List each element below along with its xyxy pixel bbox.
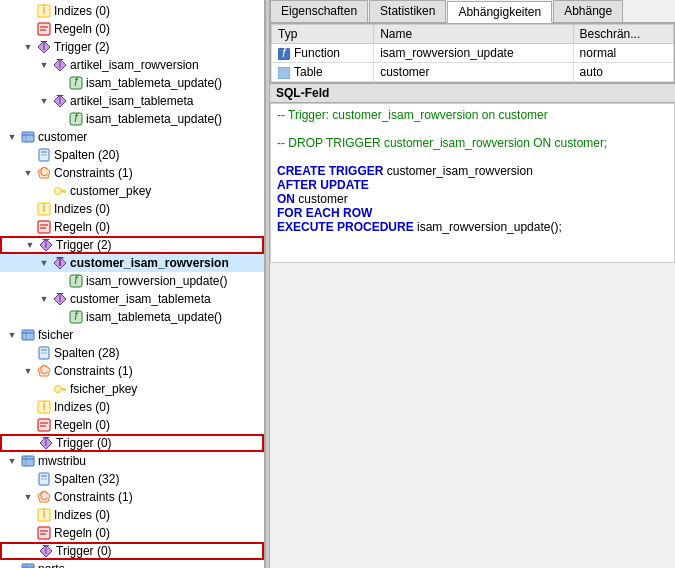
expander-trigger0c[interactable]	[22, 435, 38, 451]
tree-item-mwstribu[interactable]: ▼mwstribu	[0, 452, 264, 470]
tree-item-indizes0b[interactable]: iIndizes (0)	[0, 200, 264, 218]
expander-constraints1b[interactable]: ▼	[20, 363, 36, 379]
rule-icon	[36, 219, 52, 235]
expander-spalten20[interactable]	[20, 147, 36, 163]
expander-isam_tablemeta_update2[interactable]	[52, 111, 68, 127]
expander-regeln0d[interactable]	[20, 525, 36, 541]
tree-item-fsicher_pkey[interactable]: fsicher_pkey	[0, 380, 264, 398]
tree-item-customer_isam_rowversion[interactable]: ▼Tcustomer_isam_rowversion	[0, 254, 264, 272]
constraint-icon: C	[36, 363, 52, 379]
expander-indizes0c[interactable]	[20, 399, 36, 415]
expander-artikel_isam_tablemeta[interactable]: ▼	[36, 93, 52, 109]
tree-item-trigger0c[interactable]: TTrigger (0)	[0, 434, 264, 452]
expander-indizes0b[interactable]	[20, 201, 36, 217]
tree-item-trigger0d[interactable]: TTrigger (0)	[0, 542, 264, 560]
expander-constraints1c[interactable]: ▼	[20, 489, 36, 505]
tree-item-regeln0[interactable]: Regeln (0)	[0, 20, 264, 38]
expander-customer_isam_tablemeta[interactable]: ▼	[36, 291, 52, 307]
sql-content[interactable]: -- Trigger: customer_isam_rowversion on …	[270, 103, 675, 263]
expander-customer_pkey[interactable]	[36, 183, 52, 199]
tab-abhange[interactable]: Abhänge	[553, 0, 623, 22]
tree-item-constraints1b[interactable]: ▼CConstraints (1)	[0, 362, 264, 380]
tree-item-artikel_isam_rowversion[interactable]: ▼Tartikel_isam_rowversion	[0, 56, 264, 74]
tree-item-isam_tablemeta_update2[interactable]: fisam_tablemeta_update()	[0, 110, 264, 128]
tree-item-spalten32[interactable]: Spalten (32)	[0, 470, 264, 488]
rule-icon	[36, 21, 52, 37]
svg-rect-54	[38, 419, 50, 431]
tree-label-customer: customer	[38, 130, 264, 144]
tree-item-fsicher[interactable]: ▼fsicher	[0, 326, 264, 344]
tree-item-isam_tablemeta_update1[interactable]: fisam_tablemeta_update()	[0, 74, 264, 92]
expander-spalten28[interactable]	[20, 345, 36, 361]
tree-item-regeln0c[interactable]: Regeln (0)	[0, 416, 264, 434]
expander-mwstribu[interactable]: ▼	[4, 453, 20, 469]
tree-item-parts[interactable]: parts	[0, 560, 264, 568]
tree-item-customer_pkey[interactable]: customer_pkey	[0, 182, 264, 200]
expander-artikel_isam_rowversion[interactable]: ▼	[36, 57, 52, 73]
tab-statistiken[interactable]: Statistiken	[369, 0, 446, 22]
tree-label-constraints1c: Constraints (1)	[54, 490, 264, 504]
tab-abhangigkeiten[interactable]: Abhängigkeiten	[447, 1, 552, 23]
expander-isam_tablemeta_update3[interactable]	[52, 309, 68, 325]
tree-item-artikel_isam_tablemeta[interactable]: ▼Tartikel_isam_tablemeta	[0, 92, 264, 110]
sql-line: -- DROP TRIGGER customer_isam_rowversion…	[277, 136, 668, 150]
expander-customer_isam_rowversion[interactable]: ▼	[36, 255, 52, 271]
expander-regeln0c[interactable]	[20, 417, 36, 433]
svg-text:C: C	[40, 364, 49, 377]
svg-text:T: T	[42, 436, 50, 449]
expander-indizes0d[interactable]	[20, 507, 36, 523]
tree-item-indizes0[interactable]: iIndizes (0)	[0, 2, 264, 20]
function-icon: f	[68, 273, 84, 289]
tree-item-isam_tablemeta_update3[interactable]: fisam_tablemeta_update()	[0, 308, 264, 326]
tree-label-isam_tablemeta_update2: isam_tablemeta_update()	[86, 112, 264, 126]
tree-item-spalten28[interactable]: Spalten (28)	[0, 344, 264, 362]
expander-trigger2[interactable]: ▼	[20, 39, 36, 55]
expander-isam_tablemeta_update1[interactable]	[52, 75, 68, 91]
sql-line	[277, 150, 668, 164]
tree-item-indizes0d[interactable]: iIndizes (0)	[0, 506, 264, 524]
tree-item-regeln0b[interactable]: Regeln (0)	[0, 218, 264, 236]
tree-container[interactable]: iIndizes (0)Regeln (0)▼TTrigger (2)▼Tart…	[0, 0, 264, 568]
column-icon	[36, 345, 52, 361]
tree-label-indizes0c: Indizes (0)	[54, 400, 264, 414]
expander-constraints1[interactable]: ▼	[20, 165, 36, 181]
tree-label-trigger2: Trigger (2)	[54, 40, 264, 54]
function-icon: f	[68, 111, 84, 127]
rule-icon	[36, 417, 52, 433]
expander-trigger0d[interactable]	[22, 543, 38, 559]
tree-item-regeln0d[interactable]: Regeln (0)	[0, 524, 264, 542]
expander-customer[interactable]: ▼	[4, 129, 20, 145]
tree-label-customer_isam_rowversion: customer_isam_rowversion	[70, 256, 264, 270]
tree-item-customer[interactable]: ▼customer	[0, 128, 264, 146]
expander-parts[interactable]	[4, 561, 20, 568]
tree-label-regeln0d: Regeln (0)	[54, 526, 264, 540]
expander-spalten32[interactable]	[20, 471, 36, 487]
constraint-icon: C	[36, 489, 52, 505]
expander-regeln0[interactable]	[20, 21, 36, 37]
tree-item-spalten20[interactable]: Spalten (20)	[0, 146, 264, 164]
expander-isam_rowversion_update1[interactable]	[52, 273, 68, 289]
constraint-icon: C	[36, 165, 52, 181]
tree-item-indizes0c[interactable]: iIndizes (0)	[0, 398, 264, 416]
expander-fsicher[interactable]: ▼	[4, 327, 20, 343]
expander-trigger2b[interactable]: ▼	[22, 237, 38, 253]
tab-eigenschaften[interactable]: Eigenschaften	[270, 0, 368, 22]
table-icon	[20, 561, 36, 568]
expander-indizes0[interactable]	[20, 3, 36, 19]
trigger-icon: T	[36, 39, 52, 55]
expander-fsicher_pkey[interactable]	[36, 381, 52, 397]
expander-regeln0b[interactable]	[20, 219, 36, 235]
tree-item-isam_rowversion_update1[interactable]: fisam_rowversion_update()	[0, 272, 264, 290]
dep-table-row[interactable]: fFunctionisam_rowversion_updatenormal	[272, 44, 674, 63]
tree-item-trigger2[interactable]: ▼TTrigger (2)	[0, 38, 264, 56]
tree-item-trigger2b[interactable]: ▼TTrigger (2)	[0, 236, 264, 254]
sql-header: SQL-Feld	[270, 84, 675, 103]
tree-label-customer_pkey: customer_pkey	[70, 184, 264, 198]
tree-item-constraints1[interactable]: ▼CConstraints (1)	[0, 164, 264, 182]
tree-item-customer_isam_tablemeta[interactable]: ▼Tcustomer_isam_tablemeta	[0, 290, 264, 308]
svg-text:i: i	[43, 202, 46, 215]
dep-table-row[interactable]: Tablecustomerauto	[272, 63, 674, 82]
function-type-icon: f	[278, 46, 290, 60]
tree-label-isam_rowversion_update1: isam_rowversion_update()	[86, 274, 264, 288]
tree-item-constraints1c[interactable]: ▼CConstraints (1)	[0, 488, 264, 506]
